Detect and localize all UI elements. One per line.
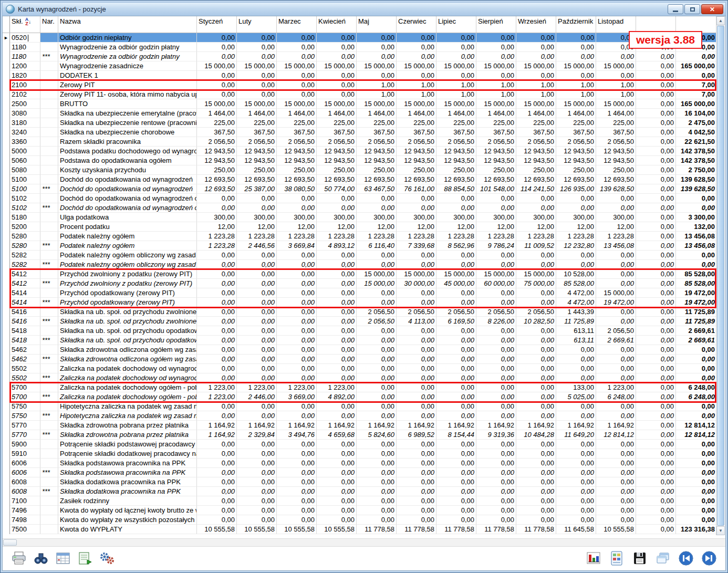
payroll-table-icon[interactable] bbox=[55, 550, 71, 566]
cell-month-value[interactable]: 0,00 bbox=[277, 317, 317, 326]
cell-month-value[interactable]: 0,00 bbox=[556, 496, 596, 506]
cell-nar[interactable] bbox=[40, 506, 58, 515]
cell-nar[interactable] bbox=[40, 449, 58, 459]
cell-month-value[interactable]: 15 000,00 bbox=[357, 279, 397, 288]
cell-name[interactable]: Składka zdrowotna pobrana przez płatnika bbox=[58, 421, 197, 430]
header-december[interactable] bbox=[636, 16, 676, 33]
cell-month-value[interactable]: 0,00 bbox=[636, 232, 676, 241]
cell-name[interactable]: Składka podstawowa pracownika na PPK bbox=[58, 459, 197, 468]
cell-month-value[interactable]: 1,00 bbox=[476, 80, 516, 90]
cell-month-value[interactable]: 15 000,00 bbox=[397, 99, 436, 109]
cell-month-value[interactable]: 2 056,50 bbox=[556, 137, 596, 147]
cell-month-value[interactable]: 1 164,92 bbox=[237, 421, 277, 430]
cell-month-value[interactable]: 0,00 bbox=[596, 515, 636, 525]
cell-total[interactable]: 85 528,00 bbox=[676, 269, 717, 279]
cell-name[interactable]: Przychód opodatkowany (zerowy PIT) bbox=[58, 288, 197, 298]
cell-name[interactable]: Dochód do opodatkowania od wynagrodzeń o… bbox=[58, 194, 197, 203]
cell-code[interactable]: 1180 bbox=[10, 52, 40, 61]
cell-month-value[interactable]: 0,00 bbox=[357, 440, 397, 449]
cell-month-value[interactable]: 12,00 bbox=[317, 222, 357, 232]
cell-month-value[interactable]: 0,00 bbox=[357, 468, 397, 477]
cell-month-value[interactable]: 250,00 bbox=[357, 165, 397, 175]
cell-month-value[interactable]: 0,00 bbox=[197, 506, 237, 515]
cell-name[interactable]: Zasiłek rodzinny bbox=[58, 496, 197, 506]
cell-month-value[interactable]: 0,00 bbox=[596, 203, 636, 213]
cell-month-value[interactable]: 8 226,00 bbox=[476, 317, 516, 326]
cell-month-value[interactable]: 0,00 bbox=[596, 317, 636, 326]
cell-month-value[interactable]: 12 943,50 bbox=[277, 147, 317, 156]
cell-month-value[interactable]: 12 943,50 bbox=[397, 147, 436, 156]
cell-month-value[interactable]: 0,00 bbox=[636, 411, 676, 421]
cell-month-value[interactable]: 0,00 bbox=[636, 80, 676, 90]
cell-month-value[interactable]: 0,00 bbox=[596, 307, 636, 317]
cell-total[interactable]: 6 248,00 bbox=[676, 383, 717, 392]
cell-month-value[interactable]: 15 000,00 bbox=[436, 61, 476, 71]
cell-month-value[interactable]: 1 464,00 bbox=[516, 109, 556, 118]
cell-month-value[interactable]: 50 774,00 bbox=[317, 184, 357, 194]
cell-month-value[interactable]: 0,00 bbox=[317, 459, 357, 468]
cell-month-value[interactable]: 10 484,28 bbox=[516, 430, 556, 440]
cell-month-value[interactable]: 126 935,00 bbox=[556, 184, 596, 194]
cell-nar[interactable] bbox=[40, 364, 58, 373]
cell-month-value[interactable]: 0,00 bbox=[197, 194, 237, 203]
cell-name[interactable]: Zaliczka na podatek dochodowy ogółem - p… bbox=[58, 392, 197, 402]
cell-month-value[interactable]: 0,00 bbox=[436, 496, 476, 506]
cell-nar[interactable]: *** bbox=[40, 279, 58, 288]
cell-code[interactable]: 5910 bbox=[10, 449, 40, 459]
cell-month-value[interactable]: 0,00 bbox=[476, 459, 516, 468]
cell-month-value[interactable]: 0,00 bbox=[636, 251, 676, 260]
cell-month-value[interactable]: 250,00 bbox=[516, 165, 556, 175]
cell-month-value[interactable]: 3 494,76 bbox=[277, 430, 317, 440]
cell-month-value[interactable]: 0,00 bbox=[357, 496, 397, 506]
cell-month-value[interactable]: 0,00 bbox=[596, 364, 636, 373]
cell-month-value[interactable]: 1 223,00 bbox=[237, 383, 277, 392]
cell-month-value[interactable]: 0,00 bbox=[397, 326, 436, 336]
export-icon[interactable] bbox=[77, 550, 93, 566]
cell-month-value[interactable]: 1,00 bbox=[516, 80, 556, 90]
cell-month-value[interactable]: 0,00 bbox=[197, 279, 237, 288]
cell-month-value[interactable]: 0,00 bbox=[516, 298, 556, 307]
cell-month-value[interactable]: 0,00 bbox=[277, 80, 317, 90]
cell-month-value[interactable]: 88 854,50 bbox=[436, 184, 476, 194]
cell-month-value[interactable]: 0,00 bbox=[317, 449, 357, 459]
cell-month-value[interactable]: 0,00 bbox=[357, 364, 397, 373]
cell-name[interactable]: Przychód zwolniony z podatku (zerowy PIT… bbox=[58, 279, 197, 288]
cell-month-value[interactable]: 0,00 bbox=[357, 33, 397, 43]
cell-month-value[interactable]: 0,00 bbox=[277, 355, 317, 364]
cell-nar[interactable] bbox=[40, 326, 58, 336]
cell-month-value[interactable]: 0,00 bbox=[476, 496, 516, 506]
cell-code[interactable]: 5200 bbox=[10, 222, 40, 232]
cell-month-value[interactable]: 1 464,00 bbox=[357, 109, 397, 118]
cell-month-value[interactable]: 1 164,92 bbox=[476, 421, 516, 430]
cell-month-value[interactable]: 0,00 bbox=[516, 203, 556, 213]
cell-month-value[interactable]: 15 000,00 bbox=[476, 61, 516, 71]
cell-month-value[interactable]: 0,00 bbox=[197, 307, 237, 317]
cell-month-value[interactable]: 250,00 bbox=[317, 165, 357, 175]
cell-code[interactable]: 7498 bbox=[10, 515, 40, 525]
cell-month-value[interactable]: 9 319,36 bbox=[476, 430, 516, 440]
vertical-scroll-thumb[interactable] bbox=[717, 26, 724, 526]
cell-nar[interactable]: *** bbox=[40, 487, 58, 496]
cell-total[interactable]: 0,00 bbox=[676, 496, 717, 506]
table-row[interactable]: 6006 *** Składka podstawowa pracownika n… bbox=[3, 468, 716, 477]
cell-month-value[interactable]: 0,00 bbox=[636, 203, 676, 213]
cell-month-value[interactable]: 2 669,61 bbox=[596, 336, 636, 345]
cell-month-value[interactable]: 0,00 bbox=[357, 336, 397, 345]
cell-month-value[interactable]: 0,00 bbox=[436, 355, 476, 364]
table-row[interactable]: 5000 Podstawa podatku dochodowego od wyn… bbox=[3, 147, 716, 156]
cell-month-value[interactable]: 0,00 bbox=[237, 251, 277, 260]
table-row[interactable]: 3360 Razem składki pracownika 2 056,502 … bbox=[3, 137, 716, 147]
cell-month-value[interactable]: 0,00 bbox=[596, 52, 636, 61]
cell-month-value[interactable]: 0,00 bbox=[636, 402, 676, 411]
cell-month-value[interactable]: 0,00 bbox=[237, 468, 277, 477]
cell-month-value[interactable]: 0,00 bbox=[197, 269, 237, 279]
cell-month-value[interactable]: 225,00 bbox=[277, 118, 317, 128]
scroll-up-arrow-icon[interactable]: ▲ bbox=[716, 16, 725, 25]
cell-month-value[interactable]: 12 943,50 bbox=[596, 147, 636, 156]
cell-nar[interactable] bbox=[40, 43, 58, 52]
cell-month-value[interactable]: 0,00 bbox=[436, 194, 476, 203]
cell-name[interactable]: Składka dodatkowa pracownika na PPK bbox=[58, 487, 197, 496]
cell-month-value[interactable]: 0,00 bbox=[277, 477, 317, 487]
cell-month-value[interactable]: 0,00 bbox=[317, 317, 357, 326]
cell-name[interactable]: Kwota do WYPŁATY bbox=[58, 525, 197, 534]
